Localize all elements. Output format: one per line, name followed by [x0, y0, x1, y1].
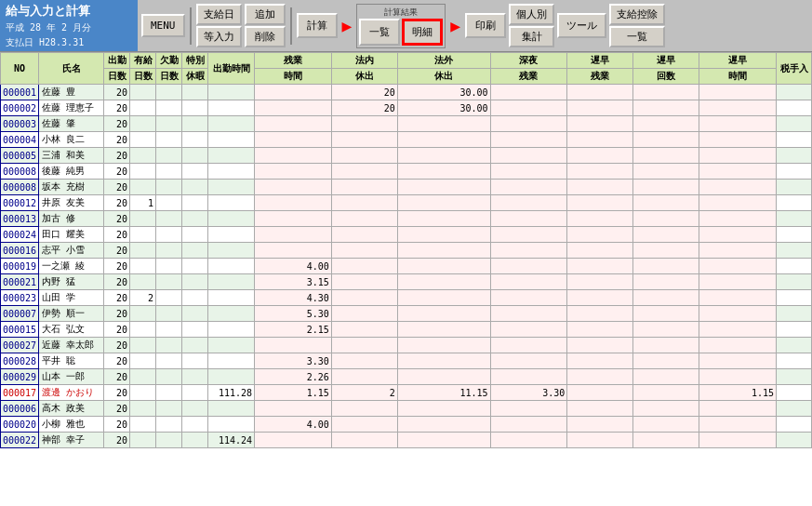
cell-zangyou	[255, 195, 332, 211]
table-row[interactable]: 000019一之瀬 綾204.00	[1, 259, 812, 274]
cell-jikanC	[699, 433, 777, 448]
table-row[interactable]: 000008坂本 充樹20	[1, 180, 812, 195]
table-row[interactable]: 000020小柳 雅也204.00	[1, 417, 812, 433]
cell-chikoku	[567, 306, 633, 322]
table-row[interactable]: 000012井原 友美201	[1, 195, 812, 211]
table-row[interactable]: 000017渡邊 かおり20111.281.15211.153.301.15	[1, 385, 812, 401]
table-row[interactable]: 000027近藤 幸太郎20	[1, 338, 812, 353]
cell-shinya	[490, 132, 567, 148]
cell-jikanC	[699, 211, 777, 227]
cell-kaisu	[633, 100, 699, 116]
data-table: NO 氏名 出勤 有給 欠勤 特別 出勤時間 残業 法内 法外 深夜 遅早 遅早…	[0, 52, 812, 448]
cell-zangyou	[255, 85, 332, 100]
col-header-shukkin-jikan: 出勤時間	[208, 53, 255, 85]
cell-shinya	[490, 338, 567, 353]
keisan-button[interactable]: 計算	[297, 13, 338, 38]
table-row[interactable]: 000022神部 幸子20114.24	[1, 433, 812, 448]
cell-shinya: 3.30	[490, 385, 567, 401]
cell-chikoku	[567, 195, 633, 211]
cell-tokubetsu	[182, 211, 208, 227]
cell-kaisu	[633, 401, 699, 417]
main-content: NO 氏名 出勤 有給 欠勤 特別 出勤時間 残業 法内 法外 深夜 遅早 遅早…	[0, 52, 812, 506]
cell-kekkin	[156, 274, 182, 290]
cell-kekkin	[156, 369, 182, 385]
cell-name: 坂本 充樹	[39, 180, 104, 195]
cell-hogai	[397, 433, 490, 448]
cell-tokubetsu	[182, 338, 208, 353]
cell-chikoku	[567, 259, 633, 274]
cell-name: 小林 良二	[39, 132, 104, 148]
cell-honai	[331, 164, 397, 180]
kyuyo-button2[interactable]: 一覧	[609, 26, 665, 47]
table-row[interactable]: 000013加古 修20	[1, 211, 812, 227]
cell-yukyu	[130, 100, 156, 116]
table-row[interactable]: 000028平井 聡203.30	[1, 353, 812, 369]
tsuika-button[interactable]: 追加	[245, 4, 286, 25]
cell-jikanC: 1.15	[699, 385, 777, 401]
cell-chikoku	[567, 85, 633, 100]
cell-yukyu	[130, 433, 156, 448]
cell-hogai	[397, 417, 490, 433]
cell-jikan	[208, 180, 255, 195]
cell-honai	[331, 322, 397, 338]
cell-yukyu	[130, 385, 156, 401]
cell-zangyou: 3.15	[255, 274, 332, 290]
cell-zangyou	[255, 164, 332, 180]
col-header-honai: 法内	[331, 53, 397, 69]
table-row[interactable]: 000016志平 小雪20	[1, 243, 812, 259]
tool-button[interactable]: ツール	[557, 13, 606, 38]
sep2	[290, 7, 292, 45]
table-row[interactable]: 000004小林 良二20	[1, 132, 812, 148]
cell-zeite	[777, 100, 812, 116]
kojin-button2[interactable]: 集計	[509, 26, 554, 47]
menu-button[interactable]: MENU	[141, 14, 185, 37]
meisai-button[interactable]: 明細	[402, 19, 443, 46]
cell-name: 佐藤 肇	[39, 116, 104, 132]
cell-yukyu	[130, 148, 156, 164]
table-row[interactable]: 000003佐藤 肇20	[1, 116, 812, 132]
table-row[interactable]: 000007伊勢 順一205.30	[1, 306, 812, 322]
cell-zangyou	[255, 433, 332, 448]
cell-zangyou	[255, 401, 332, 417]
cell-honai	[331, 338, 397, 353]
kyuyo-input-button2[interactable]: 等入力	[196, 26, 242, 47]
ichiran-button[interactable]: 一覧	[359, 19, 400, 46]
table-row[interactable]: 000029山本 一郎202.26	[1, 369, 812, 385]
cell-jikan	[208, 164, 255, 180]
cell-jikanC	[699, 338, 777, 353]
kyuyo-input-button1[interactable]: 支給日	[196, 4, 242, 25]
table-row[interactable]: 000005三浦 和美20	[1, 148, 812, 164]
insatsu-button[interactable]: 印刷	[465, 13, 506, 38]
cell-zeite	[777, 338, 812, 353]
kojin-button1[interactable]: 個人別	[509, 4, 554, 25]
cell-shukkin: 20	[104, 274, 130, 290]
cell-zeite	[777, 433, 812, 448]
col-sub-zangyouSub: 残業	[490, 69, 567, 85]
cell-shinya	[490, 417, 567, 433]
table-row[interactable]: 000015大石 弘文202.15	[1, 322, 812, 338]
cell-jikan	[208, 195, 255, 211]
table-row[interactable]: 000008後藤 純男20	[1, 164, 812, 180]
table-row[interactable]: 000002佐藤 理恵子202030.00	[1, 100, 812, 116]
sakujo-button[interactable]: 削除	[245, 26, 286, 47]
cell-zeite	[777, 274, 812, 290]
cell-shinya	[490, 85, 567, 100]
table-row[interactable]: 000006高木 政美20	[1, 401, 812, 417]
cell-chikoku	[567, 290, 633, 306]
cell-kekkin	[156, 259, 182, 274]
table-row[interactable]: 000001佐藤 豊202030.00	[1, 85, 812, 100]
cell-shinya	[490, 401, 567, 417]
table-row[interactable]: 000021内野 猛203.15	[1, 274, 812, 290]
cell-hogai	[397, 274, 490, 290]
cell-zeite	[777, 385, 812, 401]
table-row[interactable]: 000024田口 耀美20	[1, 227, 812, 243]
cell-jikan	[208, 338, 255, 353]
kyuyo-button1[interactable]: 支給控除	[609, 4, 665, 25]
cell-jikanC	[699, 353, 777, 369]
table-row[interactable]: 000023山田 学2024.30	[1, 290, 812, 306]
col-sub-jikan2: 時間	[699, 69, 777, 85]
cell-jikanC	[699, 322, 777, 338]
cell-hogai	[397, 338, 490, 353]
cell-zangyou	[255, 180, 332, 195]
cell-tokubetsu	[182, 243, 208, 259]
